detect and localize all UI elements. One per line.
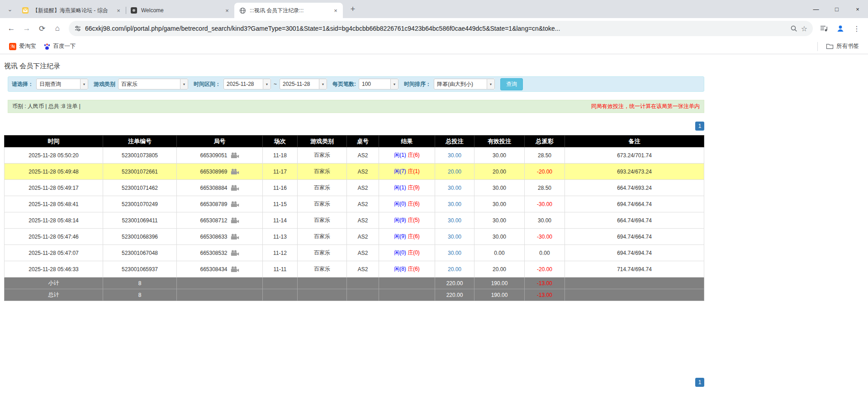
replay-video-icon[interactable] (230, 266, 239, 272)
cell-table-no: AS2 (347, 180, 379, 196)
sort-order-value: 降幂(由大到小) (434, 79, 487, 89)
cell-time: 2025-11-28 05:48:14 (5, 212, 103, 229)
tab-close-icon[interactable]: × (115, 7, 122, 14)
total-bet-link[interactable]: 30.00 (448, 201, 461, 207)
forward-button[interactable]: → (19, 21, 34, 36)
back-button[interactable]: ← (4, 21, 19, 36)
chevron-down-icon[interactable]: ▼ (487, 79, 495, 89)
cell-valid-bet: 30.00 (474, 196, 525, 212)
replay-video-icon[interactable] (230, 234, 239, 240)
bet-table-body: 2025-11-28 05:50:20523001073805665309051… (5, 147, 704, 301)
chevron-down-icon[interactable]: ▼ (80, 79, 88, 89)
result-player: 闲(0) (394, 201, 406, 207)
total-bet-link[interactable]: 20.00 (448, 266, 461, 272)
cell-session: 11-15 (263, 196, 298, 212)
total-bet-link[interactable]: 30.00 (448, 217, 461, 224)
search-button[interactable]: 查询 (500, 78, 523, 90)
total-bet-link[interactable]: 30.00 (448, 250, 461, 256)
cell-valid-bet: 30.00 (474, 212, 525, 229)
table-row: 2025-11-28 05:50:20523001073805665309051… (5, 147, 704, 164)
table-row: 2025-11-28 05:48:14523001069411665308712… (5, 212, 704, 229)
header-result: 结果 (379, 136, 435, 147)
all-bookmarks-button[interactable]: 所有书签 (822, 41, 863, 52)
summary-info-bar: 币别 : 人民币 | 总共 :8 注单 | 同局有效投注，统一计算在该局第一张注… (8, 100, 704, 113)
table-row: 2025-11-28 05:47:46523001068396665308633… (5, 229, 704, 245)
tab-search-chevron-icon[interactable]: ⌄ (4, 3, 16, 15)
summary-count: 8 (103, 289, 177, 301)
result-player: 闲(9) (394, 217, 406, 223)
date-from-picker[interactable]: 2025-11-28 ▼ (223, 79, 271, 89)
cell-table-no: AS2 (347, 196, 379, 212)
browser-menu-icon[interactable]: ⋮ (849, 21, 864, 36)
replay-video-icon[interactable] (230, 169, 239, 175)
cell-note: 694.74/664.74 (565, 229, 704, 245)
maximize-button[interactable]: □ (826, 0, 847, 18)
total-bet-link[interactable]: 30.00 (448, 234, 461, 240)
profile-avatar-icon[interactable] (833, 21, 848, 36)
folder-icon (826, 43, 834, 50)
page-size-dropdown[interactable]: 100 ▼ (359, 79, 398, 89)
summary-count: 8 (103, 277, 177, 289)
tab-close-icon[interactable]: × (332, 7, 339, 14)
total-bet-link[interactable]: 20.00 (448, 169, 461, 175)
cell-game-type: 百家乐 (298, 261, 347, 277)
window-controls: — □ × (806, 0, 868, 18)
cell-note: 664.74/694.74 (565, 212, 704, 229)
replay-video-icon[interactable] (230, 201, 239, 207)
tab-bet-records[interactable]: :::视讯 会员下注纪录::: × (234, 3, 343, 18)
sort-order-dropdown[interactable]: 降幂(由大到小) ▼ (434, 79, 495, 89)
query-type-dropdown[interactable]: 日期查询 ▼ (36, 79, 88, 89)
cell-game-type: 百家乐 (298, 212, 347, 229)
table-header-row: 时间 注单编号 局号 场次 游戏类别 桌号 结果 总投注 有效投注 总派彩 备注 (5, 136, 704, 147)
summary-label: 总计 (5, 289, 103, 301)
cell-table-no: AS2 (347, 245, 379, 261)
replay-video-icon[interactable] (230, 185, 239, 191)
cell-valid-bet: 30.00 (474, 147, 525, 164)
page-number-button[interactable]: 1 (695, 378, 704, 387)
page-content: 视讯 会员下注纪录 请选择： 日期查询 ▼ 游戏类别 百家乐 ▼ 时间区间： 2… (4, 54, 704, 387)
result-banker: 庄(0) (408, 249, 420, 256)
replay-video-icon[interactable] (230, 217, 239, 224)
address-bar[interactable]: 66cxkj98.com/ipl/portal.php/game/betreco… (69, 21, 813, 36)
chevron-down-icon[interactable]: ▼ (263, 79, 271, 89)
new-tab-button[interactable]: + (346, 3, 359, 15)
home-button[interactable]: ⌂ (50, 21, 65, 36)
reload-button[interactable]: ⟳ (34, 21, 50, 36)
page-number-button[interactable]: 1 (695, 122, 704, 131)
bookmark-baidu[interactable]: 百度一下 (40, 41, 80, 52)
minimize-button[interactable]: — (806, 0, 826, 18)
header-bet-id: 注单编号 (103, 136, 177, 147)
total-bet-link[interactable]: 30.00 (448, 152, 461, 159)
chevron-down-icon[interactable]: ▼ (180, 79, 188, 89)
total-bet-link[interactable]: 30.00 (448, 185, 461, 191)
tab-close-icon[interactable]: × (223, 7, 231, 14)
bet-records-table: 时间 注单编号 局号 场次 游戏类别 桌号 结果 总投注 有效投注 总派彩 备注… (4, 135, 704, 301)
date-to-picker[interactable]: 2025-11-28 ▼ (280, 79, 327, 89)
summary-valid-bet: 190.00 (474, 277, 525, 289)
tab-forum[interactable]: 【新提醒】海燕策略论坛 - 综合 × (17, 3, 126, 18)
cell-note: 714.74/694.74 (565, 261, 704, 277)
site-settings-icon[interactable] (74, 25, 81, 32)
replay-video-icon[interactable] (230, 250, 239, 256)
tab-welcome[interactable]: Welcome × (126, 3, 234, 18)
cell-table-no: AS2 (347, 261, 379, 277)
cell-round-id: 665308633 (177, 229, 263, 245)
window-close-button[interactable]: × (847, 0, 868, 18)
cell-time: 2025-11-28 05:47:46 (5, 229, 103, 245)
zoom-icon[interactable] (790, 25, 797, 32)
chevron-down-icon[interactable]: ▼ (390, 79, 398, 89)
chevron-down-icon[interactable]: ▼ (319, 79, 327, 89)
tab-strip: ⌄ 【新提醒】海燕策略论坛 - 综合 × Welcome × :::视讯 会员下… (0, 0, 868, 18)
game-type-value: 百家乐 (118, 79, 180, 89)
cell-result: 闲(7) 庄(1) (379, 164, 435, 180)
bookmark-star-icon[interactable]: ☆ (801, 24, 807, 33)
media-controls-icon[interactable] (816, 21, 832, 36)
bookmark-taobao[interactable]: 淘 爱淘宝 (5, 41, 40, 52)
cell-result: 闲(0) 庄(0) (379, 245, 435, 261)
pagination-top: 1 (4, 122, 704, 131)
cell-bet-id: 523001071462 (103, 180, 177, 196)
replay-video-icon[interactable] (230, 152, 239, 159)
cell-payout: -30.00 (525, 196, 565, 212)
url-text[interactable]: 66cxkj98.com/ipl/portal.php/game/betreco… (85, 25, 787, 32)
game-type-dropdown[interactable]: 百家乐 ▼ (118, 79, 188, 89)
